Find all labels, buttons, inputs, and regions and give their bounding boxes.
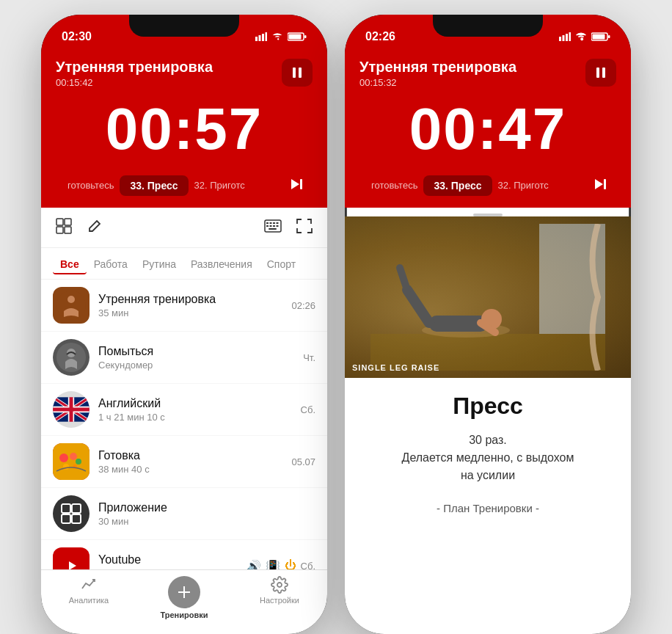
svg-rect-55 [604,179,606,189]
svg-rect-48 [569,32,571,41]
svg-line-62 [400,268,407,290]
tab-bar-left: Аналитика Тренировки Настройки [41,569,327,634]
svg-rect-23 [277,225,279,227]
tab-analytics-label: Аналитика [69,596,109,605]
svg-rect-22 [273,225,275,227]
item-sub-3: 1 ч 21 мин 10 с [98,412,301,423]
workout-title-right: Утренняя тренировка [359,59,516,76]
item-sub-4: 38 мин 40 с [98,464,291,475]
vibrate-icon[interactable]: 📳 [266,559,280,570]
sound-icon[interactable]: 🔊 [246,559,261,570]
notch [129,15,239,37]
red-header-left: Утренняя тренировка 00:15:42 00:57 готов… [41,51,327,208]
svg-rect-1 [259,35,261,41]
pause-button-left[interactable] [282,59,313,87]
svg-rect-21 [270,225,272,227]
svg-rect-18 [273,222,275,224]
item-avatar-youtube [53,547,90,569]
filter-sport[interactable]: Спорт [260,255,303,274]
svg-rect-30 [53,443,90,480]
tab-workouts[interactable]: Тренировки [136,576,232,619]
analytics-icon [80,576,98,594]
filter-routine[interactable]: Рутина [135,255,183,274]
svg-rect-47 [566,34,568,41]
list-item[interactable]: Youtube 1 ч 17 мин ... 🔊 📳 ⏻ Сб. [41,540,327,569]
edit-icon[interactable] [84,215,106,240]
battery-icon-right [591,32,610,41]
svg-rect-6 [304,35,307,38]
item-meta-2: Чт. [303,352,315,363]
power-icon[interactable]: ⏻ [285,559,296,569]
expand-icon[interactable] [293,215,315,240]
tab-settings[interactable]: Настройки [232,576,327,619]
pause-icon-left [291,66,304,79]
exercise-detail: Пресс 30 раз.Делается медленно, с выдохо… [345,378,631,529]
list-item[interactable]: Помыться Секундомер Чт. [41,332,327,384]
next-exercise-left: 32. Приготс [189,175,251,195]
status-icons-right [559,32,610,41]
svg-rect-16 [266,222,269,224]
svg-rect-24 [269,228,277,230]
filter-entertainment[interactable]: Развлечения [183,255,260,274]
filter-work[interactable]: Работа [87,255,135,274]
svg-point-26 [67,296,75,303]
keyboard-icon[interactable] [261,216,285,238]
item-sub-5: 30 мин [98,516,315,527]
exercise-tabs-left: готовьтесь 33. Пресс 32. Приготс [56,173,313,197]
signal-icon [255,32,267,41]
svg-rect-2 [262,34,264,41]
red-header-right: Утренняя тренировка 00:15:32 00:47 готов… [345,51,631,208]
item-avatar-flag [53,391,90,428]
content-area-left: Все Работа Рутина Развлечения Спорт Утре… [41,208,327,569]
item-title-6: Youtube [98,553,246,566]
pause-button-right[interactable] [585,59,616,87]
svg-point-32 [70,453,77,460]
svg-rect-53 [602,68,605,78]
svg-marker-54 [595,179,603,189]
exercise-figure-svg [370,224,605,371]
svg-rect-14 [65,227,71,233]
item-avatar-hair [53,339,90,376]
svg-rect-37 [72,504,81,513]
list-item[interactable]: Утренняя тренировка 35 мин 02:26 [41,280,327,332]
tab-analytics[interactable]: Аналитика [41,576,136,619]
toolbar-left [41,208,327,248]
tab-workouts-label: Тренировки [160,611,208,619]
exercise-tabs-right: готовьтесь 33. Пресс 32. Приготс [359,173,616,197]
active-exercise-left[interactable]: 33. Пресс [120,175,188,196]
notch-right [433,15,543,37]
item-avatar-workout [53,287,90,324]
svg-rect-39 [72,514,81,523]
big-timer-right: 00:47 [359,95,616,163]
layout-icon[interactable] [53,215,75,240]
svg-rect-5 [289,34,302,40]
svg-rect-50 [593,34,605,40]
svg-rect-8 [299,68,302,78]
skip-button-right[interactable] [588,173,610,197]
filter-all[interactable]: Все [53,255,87,274]
svg-rect-20 [266,225,269,227]
list-item[interactable]: Приложение 30 мин [41,488,327,540]
svg-rect-13 [56,227,63,233]
list-item[interactable]: Готовка 38 мин 40 с 05.07 [41,436,327,488]
svg-marker-9 [291,179,299,189]
add-workout-button[interactable] [168,576,200,608]
svg-rect-17 [270,222,272,224]
exercise-content: SINGLE LEG RAISE Пресс 30 раз.Делается м… [345,216,631,634]
active-exercise-right[interactable]: 33. Пресс [423,175,492,196]
skip-button-left[interactable] [285,173,307,197]
item-title-2: Помыться [98,345,303,358]
prev-exercise-right: готовьтесь [365,175,423,195]
status-time-right: 02:26 [365,30,395,43]
item-title-3: Английский [98,397,301,410]
svg-rect-52 [596,68,599,78]
svg-rect-45 [559,37,561,41]
status-time-left: 02:30 [62,30,92,43]
next-exercise-right: 32. Приготс [492,175,555,195]
list-item[interactable]: Английский 1 ч 21 мин 10 с Сб. [41,384,327,436]
svg-rect-7 [293,68,296,78]
svg-rect-11 [56,219,63,225]
item-actions-youtube: 🔊 📳 ⏻ Сб. [246,559,315,570]
battery-icon [288,32,307,41]
skip-icon-left [288,176,304,192]
